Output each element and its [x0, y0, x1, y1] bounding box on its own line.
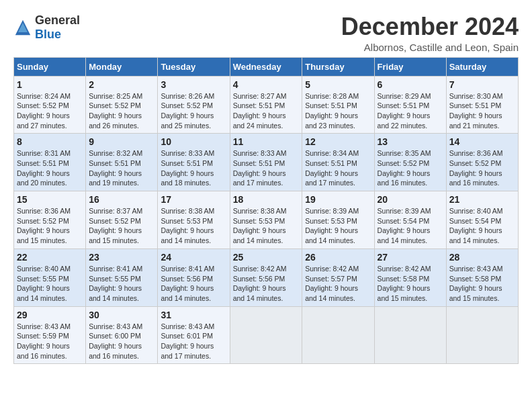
day-number: 28 — [449, 252, 515, 263]
day-info: Sunrise: 8:39 AMSunset: 5:54 PMDaylight:… — [378, 206, 443, 246]
day-info: Sunrise: 8:35 AMSunset: 5:52 PMDaylight:… — [378, 148, 443, 188]
day-info: Sunrise: 8:25 AMSunset: 5:52 PMDaylight:… — [89, 91, 154, 131]
day-info: Sunrise: 8:38 AMSunset: 5:53 PMDaylight:… — [161, 206, 226, 246]
day-info: Sunrise: 8:43 AMSunset: 6:00 PMDaylight:… — [89, 322, 154, 361]
calendar-day-cell: 16Sunrise: 8:37 AMSunset: 5:52 PMDayligh… — [86, 191, 158, 249]
calendar-day-cell — [374, 306, 446, 364]
day-number: 9 — [89, 136, 154, 147]
day-number: 15 — [17, 194, 83, 205]
day-info: Sunrise: 8:30 AMSunset: 5:51 PMDaylight:… — [449, 91, 515, 131]
day-info: Sunrise: 8:34 AMSunset: 5:51 PMDaylight:… — [305, 148, 371, 188]
calendar-week-row: 29Sunrise: 8:43 AMSunset: 5:59 PMDayligh… — [14, 306, 519, 364]
calendar-day-cell: 13Sunrise: 8:35 AMSunset: 5:52 PMDayligh… — [374, 134, 446, 191]
calendar-day-cell: 17Sunrise: 8:38 AMSunset: 5:53 PMDayligh… — [158, 191, 230, 249]
day-number: 26 — [305, 252, 371, 263]
weekday-header: Monday — [86, 57, 158, 76]
day-info: Sunrise: 8:36 AMSunset: 5:52 PMDaylight:… — [449, 148, 515, 188]
day-info: Sunrise: 8:32 AMSunset: 5:51 PMDaylight:… — [89, 148, 154, 188]
calendar-day-cell: 5Sunrise: 8:28 AMSunset: 5:51 PMDaylight… — [302, 76, 374, 134]
calendar-table: SundayMondayTuesdayWednesdayThursdayFrid… — [13, 57, 519, 365]
calendar-day-cell: 1Sunrise: 8:24 AMSunset: 5:52 PMDaylight… — [14, 76, 86, 134]
day-number: 11 — [233, 136, 300, 147]
calendar-day-cell: 29Sunrise: 8:43 AMSunset: 5:59 PMDayligh… — [14, 306, 86, 364]
calendar-day-cell: 15Sunrise: 8:36 AMSunset: 5:52 PMDayligh… — [14, 191, 86, 249]
calendar-day-cell: 31Sunrise: 8:43 AMSunset: 6:01 PMDayligh… — [158, 306, 230, 364]
day-number: 22 — [17, 252, 83, 263]
calendar-day-cell: 23Sunrise: 8:41 AMSunset: 5:55 PMDayligh… — [86, 248, 158, 306]
day-info: Sunrise: 8:42 AMSunset: 5:56 PMDaylight:… — [233, 264, 300, 304]
day-number: 4 — [233, 79, 300, 90]
day-number: 13 — [378, 136, 443, 147]
calendar-day-cell: 30Sunrise: 8:43 AMSunset: 6:00 PMDayligh… — [86, 306, 158, 364]
day-info: Sunrise: 8:42 AMSunset: 5:57 PMDaylight:… — [305, 264, 371, 304]
calendar-day-cell: 10Sunrise: 8:33 AMSunset: 5:51 PMDayligh… — [158, 134, 230, 191]
calendar-week-row: 1Sunrise: 8:24 AMSunset: 5:52 PMDaylight… — [14, 76, 519, 134]
day-number: 24 — [161, 252, 226, 263]
day-number: 20 — [378, 194, 443, 205]
logo-general: General — [35, 13, 80, 27]
calendar-day-cell: 3Sunrise: 8:26 AMSunset: 5:52 PMDaylight… — [158, 76, 230, 134]
day-number: 3 — [161, 79, 226, 90]
calendar-day-cell: 28Sunrise: 8:43 AMSunset: 5:58 PMDayligh… — [446, 248, 518, 306]
day-info: Sunrise: 8:28 AMSunset: 5:51 PMDaylight:… — [305, 91, 371, 131]
calendar-day-cell: 24Sunrise: 8:41 AMSunset: 5:56 PMDayligh… — [158, 248, 230, 306]
day-info: Sunrise: 8:33 AMSunset: 5:51 PMDaylight:… — [233, 148, 300, 188]
weekday-header: Wednesday — [230, 57, 302, 76]
logo-icon — [13, 18, 32, 37]
calendar-day-cell: 26Sunrise: 8:42 AMSunset: 5:57 PMDayligh… — [302, 248, 374, 306]
calendar-day-cell: 18Sunrise: 8:38 AMSunset: 5:53 PMDayligh… — [230, 191, 302, 249]
day-info: Sunrise: 8:43 AMSunset: 5:58 PMDaylight:… — [449, 264, 515, 304]
day-info: Sunrise: 8:43 AMSunset: 6:01 PMDaylight:… — [161, 322, 226, 361]
day-number: 17 — [161, 194, 226, 205]
day-info: Sunrise: 8:29 AMSunset: 5:51 PMDaylight:… — [378, 91, 443, 131]
day-info: Sunrise: 8:37 AMSunset: 5:52 PMDaylight:… — [89, 206, 154, 246]
day-number: 29 — [17, 310, 83, 320]
calendar-day-cell: 12Sunrise: 8:34 AMSunset: 5:51 PMDayligh… — [302, 134, 374, 191]
day-info: Sunrise: 8:43 AMSunset: 5:59 PMDaylight:… — [17, 322, 83, 361]
day-number: 31 — [161, 310, 226, 320]
calendar-day-cell: 6Sunrise: 8:29 AMSunset: 5:51 PMDaylight… — [374, 76, 446, 134]
calendar-day-cell — [302, 306, 374, 364]
calendar-day-cell: 14Sunrise: 8:36 AMSunset: 5:52 PMDayligh… — [446, 134, 518, 191]
day-info: Sunrise: 8:24 AMSunset: 5:52 PMDaylight:… — [17, 91, 83, 131]
page-header: General Blue December 2024 Albornos, Cas… — [13, 13, 519, 53]
day-number: 21 — [449, 194, 515, 205]
calendar-day-cell: 9Sunrise: 8:32 AMSunset: 5:51 PMDaylight… — [86, 134, 158, 191]
calendar-day-cell — [446, 306, 518, 364]
calendar-day-cell: 22Sunrise: 8:40 AMSunset: 5:55 PMDayligh… — [14, 248, 86, 306]
day-number: 19 — [305, 194, 371, 205]
day-number: 12 — [305, 136, 371, 147]
calendar-day-cell: 19Sunrise: 8:39 AMSunset: 5:53 PMDayligh… — [302, 191, 374, 249]
day-info: Sunrise: 8:39 AMSunset: 5:53 PMDaylight:… — [305, 206, 371, 246]
day-number: 18 — [233, 194, 300, 205]
calendar-week-row: 15Sunrise: 8:36 AMSunset: 5:52 PMDayligh… — [14, 191, 519, 249]
day-info: Sunrise: 8:36 AMSunset: 5:52 PMDaylight:… — [17, 206, 83, 246]
day-info: Sunrise: 8:42 AMSunset: 5:58 PMDaylight:… — [378, 264, 443, 304]
day-number: 7 — [449, 79, 515, 90]
calendar-day-cell: 20Sunrise: 8:39 AMSunset: 5:54 PMDayligh… — [374, 191, 446, 249]
weekday-header: Saturday — [446, 57, 518, 76]
calendar-day-cell: 25Sunrise: 8:42 AMSunset: 5:56 PMDayligh… — [230, 248, 302, 306]
calendar-day-cell: 2Sunrise: 8:25 AMSunset: 5:52 PMDaylight… — [86, 76, 158, 134]
day-info: Sunrise: 8:27 AMSunset: 5:51 PMDaylight:… — [233, 91, 300, 131]
day-number: 27 — [378, 252, 443, 263]
weekday-header: Thursday — [302, 57, 374, 76]
day-info: Sunrise: 8:26 AMSunset: 5:52 PMDaylight:… — [161, 91, 226, 131]
day-info: Sunrise: 8:40 AMSunset: 5:55 PMDaylight:… — [17, 264, 83, 304]
weekday-header-row: SundayMondayTuesdayWednesdayThursdayFrid… — [14, 57, 519, 76]
day-info: Sunrise: 8:33 AMSunset: 5:51 PMDaylight:… — [161, 148, 226, 188]
title-block: December 2024 Albornos, Castille and Leo… — [341, 13, 519, 53]
calendar-week-row: 22Sunrise: 8:40 AMSunset: 5:55 PMDayligh… — [14, 248, 519, 306]
day-number: 10 — [161, 136, 226, 147]
calendar-day-cell: 11Sunrise: 8:33 AMSunset: 5:51 PMDayligh… — [230, 134, 302, 191]
day-info: Sunrise: 8:40 AMSunset: 5:54 PMDaylight:… — [449, 206, 515, 246]
day-number: 8 — [17, 136, 83, 147]
calendar-day-cell: 27Sunrise: 8:42 AMSunset: 5:58 PMDayligh… — [374, 248, 446, 306]
day-number: 5 — [305, 79, 371, 90]
calendar-day-cell: 4Sunrise: 8:27 AMSunset: 5:51 PMDaylight… — [230, 76, 302, 134]
day-info: Sunrise: 8:41 AMSunset: 5:55 PMDaylight:… — [89, 264, 154, 304]
weekday-header: Sunday — [14, 57, 86, 76]
day-number: 14 — [449, 136, 515, 147]
calendar-week-row: 8Sunrise: 8:31 AMSunset: 5:51 PMDaylight… — [14, 134, 519, 191]
day-number: 25 — [233, 252, 300, 263]
